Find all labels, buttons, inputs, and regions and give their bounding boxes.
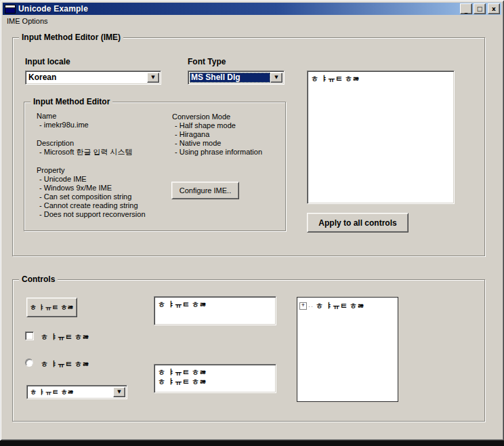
- ime-property-item: - Windows 9x/Me IME: [37, 184, 169, 192]
- sample-checkbox[interactable]: [25, 331, 34, 340]
- tree-item-label: ㅎ ㅑㅠㅌ ㅎㅀ: [316, 301, 364, 311]
- ime-property-section: Property - Unicode IME - Windows 9x/Me I…: [37, 166, 169, 219]
- font-type-value: MS Shell Dlg: [190, 73, 270, 83]
- sample-combo-dropdown-button[interactable]: ▼: [113, 387, 125, 397]
- sample-button[interactable]: ㅎ ㅑㅠㅌ ㅎㅀ: [26, 298, 77, 317]
- title-bar: Unicode Example _ □ x: [3, 3, 501, 15]
- window-title: Unicode Example: [18, 4, 459, 14]
- font-type-combo[interactable]: MS Shell Dlg ▼: [188, 70, 285, 85]
- conversion-mode-item: - Native mode: [172, 139, 284, 148]
- conversion-mode-item: - Using phrase information: [172, 148, 284, 157]
- configure-ime-button[interactable]: Configure IME..: [171, 182, 239, 199]
- conversion-mode-item: - Hiragana: [172, 130, 284, 139]
- ime-preview-textarea[interactable]: ㅎ ㅑㅠㅌ ㅎㅀ: [307, 70, 455, 204]
- bottom-edge: [0, 441, 504, 446]
- sample-checkbox-label[interactable]: ㅎ ㅑㅠㅌ ㅎㅀ: [41, 332, 89, 342]
- ime-property-label: Property: [37, 166, 169, 175]
- ime-conversion-section: Conversion Mode - Half shape mode - Hira…: [172, 113, 284, 157]
- ime-editor-groupbox-title: Input Method Editor: [30, 97, 112, 106]
- maximize-button[interactable]: □: [474, 3, 486, 14]
- minimize-button[interactable]: _: [460, 3, 472, 14]
- ime-info-left-column: Name - imekr98u.ime Description - Micros…: [37, 112, 169, 228]
- controls-groupbox-title: Controls: [19, 275, 58, 284]
- maximize-icon: □: [477, 6, 483, 12]
- sample-radio-label[interactable]: ㅎ ㅑㅠㅌ ㅎㅀ: [41, 359, 89, 369]
- input-locale-label: Input locale: [25, 57, 70, 66]
- apply-to-all-controls-button[interactable]: Apply to all controls: [307, 213, 408, 232]
- menu-bar: IME Options: [3, 15, 501, 27]
- input-locale-combo[interactable]: Korean ▼: [25, 70, 161, 85]
- ime-conversion-column: Conversion Mode - Half shape mode - Hira…: [172, 113, 284, 166]
- preview-text: ㅎ ㅑㅠㅌ ㅎㅀ: [311, 74, 450, 83]
- sample-treeview[interactable]: + ·· ㅎ ㅑㅠㅌ ㅎㅀ: [297, 297, 398, 402]
- ime-name-label: Name: [37, 112, 169, 121]
- edit-text: ㅎ ㅑㅠㅌ ㅎㅀ: [158, 300, 272, 309]
- sample-radio[interactable]: [25, 359, 33, 367]
- ime-description-value: - Microsoft 한글 입력 시스템: [37, 148, 169, 157]
- chevron-down-icon: ▼: [274, 75, 278, 80]
- tree-connector: ··: [308, 303, 314, 310]
- ime-name-value: - imekr98u.ime: [37, 121, 169, 129]
- app-window: Unicode Example _ □ x IME Options Input …: [0, 0, 504, 441]
- ime-property-item: - Unicode IME: [37, 175, 169, 184]
- sample-combo-value: ㅎ ㅑㅠㅌ ㅎㅀ: [28, 387, 113, 397]
- tree-expand-icon[interactable]: +: [299, 302, 307, 310]
- ime-description-label: Description: [37, 139, 169, 148]
- ime-property-item: - Cannot create reading string: [37, 201, 169, 210]
- ime-property-item: - Can set composition string: [37, 192, 169, 201]
- sample-combo[interactable]: ㅎ ㅑㅠㅌ ㅎㅀ ▼: [26, 385, 127, 399]
- edit-text-line: ㅎ ㅑㅠㅌ ㅎㅀ: [158, 377, 272, 386]
- close-icon: x: [492, 6, 496, 12]
- font-type-label: Font Type: [188, 57, 226, 66]
- ime-property-item: - Does not support reconversion: [37, 210, 169, 219]
- window-icon: [5, 5, 16, 14]
- ime-description-section: Description - Microsoft 한글 입력 시스템: [37, 139, 169, 157]
- conversion-mode-label: Conversion Mode: [172, 113, 284, 121]
- input-locale-dropdown-button[interactable]: ▼: [147, 73, 159, 83]
- chevron-down-icon: ▼: [117, 390, 121, 394]
- sample-edit-multiline[interactable]: ㅎ ㅑㅠㅌ ㅎㅀ ㅎ ㅑㅠㅌ ㅎㅀ: [154, 364, 276, 393]
- minimize-icon: _: [465, 7, 468, 13]
- sample-edit-single[interactable]: ㅎ ㅑㅠㅌ ㅎㅀ: [154, 296, 276, 325]
- font-type-dropdown-button[interactable]: ▼: [270, 73, 282, 83]
- menu-item-ime-options[interactable]: IME Options: [3, 16, 52, 26]
- ime-groupbox-title: Input Method Editor (IME): [19, 33, 123, 42]
- tree-item[interactable]: + ·· ㅎ ㅑㅠㅌ ㅎㅀ: [297, 298, 398, 315]
- edit-text-line: ㅎ ㅑㅠㅌ ㅎㅀ: [158, 367, 272, 377]
- chevron-down-icon: ▼: [151, 75, 154, 80]
- ime-name-section: Name - imekr98u.ime: [37, 112, 169, 129]
- close-button[interactable]: x: [488, 3, 500, 14]
- conversion-mode-item: - Half shape mode: [172, 121, 284, 130]
- input-locale-value: Korean: [27, 73, 147, 83]
- screen: Unicode Example _ □ x IME Options Input …: [0, 0, 504, 446]
